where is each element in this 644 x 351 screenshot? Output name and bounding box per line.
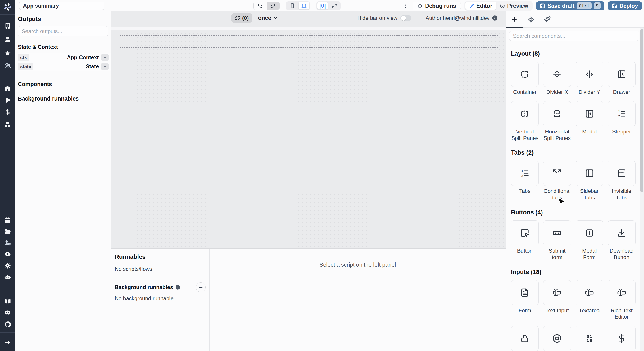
state-row-ctx[interactable]: ctxApp Context <box>15 53 111 62</box>
undo-redo-group <box>253 2 280 10</box>
github-icon[interactable] <box>4 321 11 328</box>
building-icon[interactable] <box>4 22 11 30</box>
refresh-button[interactable]: (0) <box>232 14 252 22</box>
component-card-vertical-split-panes[interactable]: Vertical Split Panes <box>511 101 539 142</box>
gear-icon[interactable] <box>4 262 11 269</box>
deploy-button[interactable]: Deploy <box>608 1 642 10</box>
card <box>608 161 636 186</box>
section-title: Inputs (18) <box>511 269 636 276</box>
arrow-right-icon[interactable] <box>4 339 11 346</box>
undo-button[interactable] <box>254 2 266 10</box>
component-card-stepper[interactable]: 12Stepper <box>608 101 636 142</box>
expand-row-button[interactable] <box>101 54 109 60</box>
component-card-email-input[interactable]: Email Input <box>543 326 571 351</box>
app-summary-input[interactable] <box>19 2 104 10</box>
laptop-icon <box>301 3 307 9</box>
play-icon[interactable] <box>4 96 11 104</box>
schedule-dropdown[interactable]: once <box>258 15 278 21</box>
component-card-password[interactable]: Password <box>511 326 539 351</box>
component-label: Horizontal Split Panes <box>543 128 571 142</box>
eye-icon[interactable] <box>4 250 11 258</box>
expand-canvas-button[interactable] <box>329 2 340 10</box>
editor-preview-toggle: Editor Preview <box>464 1 533 10</box>
select-script-hint: Select a script on the left panel <box>320 262 396 268</box>
preview-tab[interactable]: Preview <box>496 2 532 10</box>
component-card-sidebar-tabs[interactable]: Sidebar Tabs <box>576 161 603 201</box>
dollar-icon[interactable] <box>4 108 11 116</box>
calendar-icon[interactable] <box>4 217 11 224</box>
save-icon <box>540 3 546 8</box>
expand-row-button[interactable] <box>101 63 109 70</box>
card: 12 <box>511 161 539 186</box>
more-menu-button[interactable] <box>402 2 409 9</box>
home-icon[interactable] <box>4 85 11 92</box>
windmill-logo-icon[interactable] <box>3 3 12 11</box>
card <box>543 101 571 126</box>
folder-open-icon[interactable] <box>4 228 11 235</box>
plus-icon <box>511 16 518 23</box>
component-card-submit-form[interactable]: Submit form <box>543 220 571 261</box>
info-icon[interactable] <box>175 284 180 290</box>
component-card-rich-text-editor[interactable]: Rich Text Editor <box>608 280 636 320</box>
component-card-invisible-tabs[interactable]: Invisible Tabs <box>608 161 636 201</box>
component-card-download-button[interactable]: Download Button <box>608 220 636 261</box>
search-outputs-input[interactable] <box>18 26 108 36</box>
users-icon[interactable] <box>4 62 11 69</box>
hide-bar-toggle[interactable] <box>400 15 411 21</box>
card <box>511 62 539 87</box>
component-card-divider-x[interactable]: Divider X <box>543 62 571 96</box>
card <box>511 280 539 305</box>
components-scrollbar[interactable] <box>640 28 644 351</box>
tab-settings-components[interactable] <box>522 11 539 28</box>
card <box>511 220 539 246</box>
component-card-currency[interactable]: Currency <box>608 326 636 351</box>
component-label: Rich Text Editor <box>608 308 636 320</box>
desktop-view-button[interactable] <box>298 2 310 10</box>
components-panel: Layout (8)ContainerDivider XDivider YDra… <box>506 11 644 351</box>
component-card-form[interactable]: Form <box>511 280 539 320</box>
component-card-modal[interactable]: Modal <box>576 101 603 142</box>
debug-runs-button[interactable]: Debug runs <box>412 2 461 10</box>
component-card-container[interactable]: Container <box>511 62 539 96</box>
mouse-pointer-square-icon <box>520 228 529 238</box>
info-icon[interactable] <box>492 15 498 21</box>
center-canvas-button[interactable]: |0| <box>317 2 328 10</box>
component-card-modal-form[interactable]: Modal Form <box>576 220 603 261</box>
component-card-divider-y[interactable]: Divider Y <box>576 62 603 96</box>
tab-insert-component[interactable] <box>506 11 522 28</box>
app-rail <box>0 0 15 351</box>
tab-theme[interactable] <box>539 11 556 28</box>
discord-icon[interactable] <box>4 309 11 316</box>
save-draft-label: Save draft <box>548 3 575 9</box>
boxes-icon[interactable] <box>4 121 11 128</box>
component-card-drawer[interactable]: Drawer <box>608 62 636 96</box>
star-icon[interactable] <box>4 50 11 57</box>
add-background-runnable-button[interactable] <box>196 282 206 292</box>
user-icon[interactable] <box>4 36 11 43</box>
component-card-conditional-tabs[interactable]: Conditional tabs <box>543 161 571 201</box>
background-runnables-empty-text: No background runnable <box>115 295 206 302</box>
component-card-text-input[interactable]: Text Input <box>543 280 571 320</box>
component-card-number[interactable]: Number <box>576 326 603 351</box>
save-icon <box>612 3 617 8</box>
component-card-textarea[interactable]: Textarea <box>576 280 603 320</box>
binary-icon <box>585 334 594 343</box>
component-card-horizontal-split-panes[interactable]: Horizontal Split Panes <box>543 101 571 142</box>
redo-button[interactable] <box>266 2 280 10</box>
robot-icon[interactable] <box>4 274 11 281</box>
component-card-button[interactable]: Button <box>511 220 539 261</box>
component-label: Vertical Split Panes <box>511 128 539 142</box>
save-draft-button[interactable]: Save draft Ctrl S <box>536 1 604 10</box>
component-card-tabs[interactable]: 12Tabs <box>511 161 539 201</box>
mobile-view-button[interactable] <box>287 2 298 10</box>
state-row-state[interactable]: stateState <box>15 62 111 71</box>
at-sign-icon <box>552 334 562 343</box>
canvas-align-group: |0| <box>316 1 340 10</box>
user-cog-icon[interactable] <box>4 239 11 246</box>
search-components-input[interactable] <box>509 31 639 41</box>
book-icon[interactable] <box>4 298 11 305</box>
panel-top-dashed-icon <box>617 169 626 178</box>
scrollbar-thumb[interactable] <box>640 29 643 192</box>
undo-icon <box>257 3 263 9</box>
editor-tab[interactable]: Editor <box>465 2 496 10</box>
